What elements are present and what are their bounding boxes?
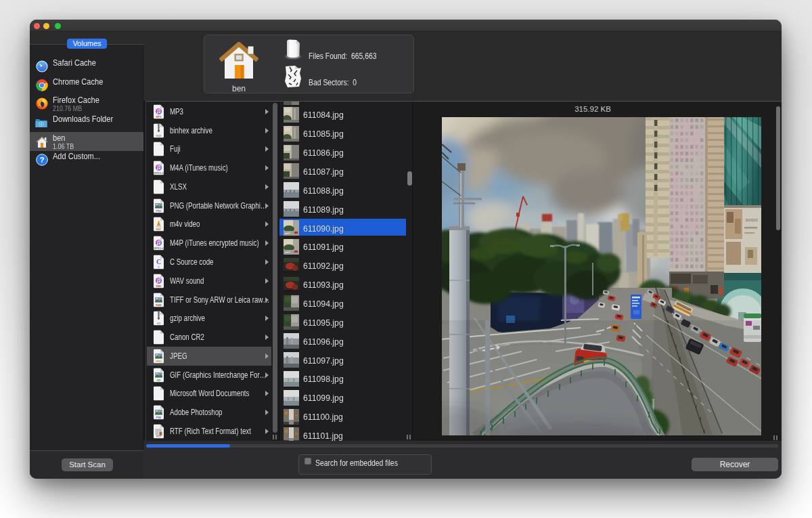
svg-text:C: C <box>158 266 160 269</box>
svg-text:MPEG-4: MPEG-4 <box>154 247 164 250</box>
svg-text:JPEG: JPEG <box>156 360 162 362</box>
svg-text:MP3: MP3 <box>156 115 161 118</box>
svg-text:WAV: WAV <box>156 284 162 287</box>
svg-text:HQX: HQX <box>156 134 162 137</box>
svg-text:GIF: GIF <box>157 379 162 381</box>
svg-text:RTF: RTF <box>156 435 162 437</box>
svg-text:RAW: RAW <box>156 303 162 306</box>
svg-text:MPEG-4: MPEG-4 <box>154 172 164 175</box>
svg-text:?: ? <box>39 156 44 164</box>
svg-text:GZ: GZ <box>157 322 161 325</box>
svg-text:PSD: PSD <box>156 416 162 419</box>
svg-text:M4V: M4V <box>156 228 162 231</box>
svg-text:C: C <box>156 258 161 265</box>
svg-text:PNG: PNG <box>156 209 162 212</box>
